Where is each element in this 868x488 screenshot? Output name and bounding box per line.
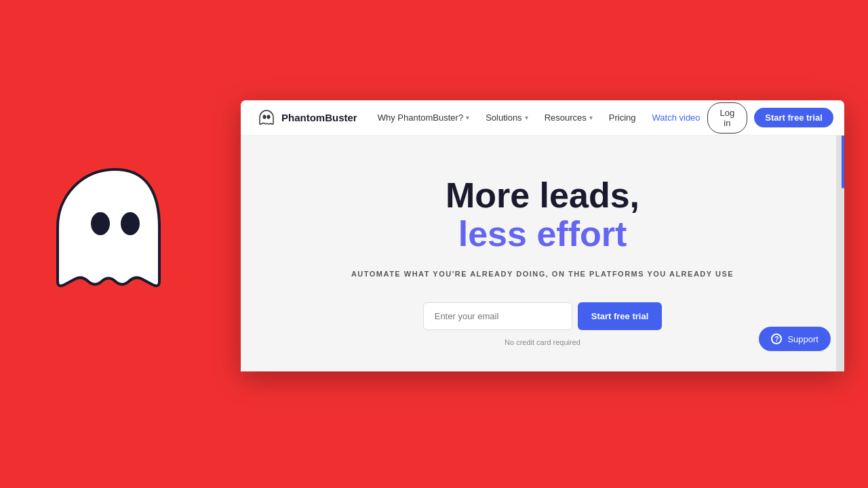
nav-item-resources[interactable]: Resources ▾ xyxy=(538,108,599,127)
login-button[interactable]: Log in xyxy=(707,102,748,134)
navbar: PhantomBuster Why PhantomBuster? ▾ Solut… xyxy=(241,100,844,136)
support-button[interactable]: ? Support xyxy=(759,327,831,351)
browser-window: PhantomBuster Why PhantomBuster? ▾ Solut… xyxy=(241,100,844,371)
hero-title-line2: less effort xyxy=(257,215,828,253)
ghost-mascot xyxy=(41,156,190,305)
nav-item-watch-video[interactable]: Watch video xyxy=(646,108,707,127)
chevron-down-icon: ▾ xyxy=(525,114,528,121)
nav-actions: Log in Start free trial xyxy=(707,102,833,134)
support-label: Support xyxy=(787,334,818,344)
logo-icon xyxy=(257,108,276,127)
logo-text: PhantomBuster xyxy=(281,112,357,123)
svg-point-3 xyxy=(267,115,271,119)
hero-start-trial-button[interactable]: Start free trial xyxy=(578,302,663,330)
svg-point-1 xyxy=(121,212,140,235)
nav-item-pricing[interactable]: Pricing xyxy=(602,108,643,127)
nav-resources-label: Resources xyxy=(545,113,587,123)
start-free-trial-button[interactable]: Start free trial xyxy=(754,108,833,127)
chevron-down-icon: ▾ xyxy=(589,114,593,121)
email-form: Start free trial xyxy=(257,302,828,330)
email-input[interactable] xyxy=(423,302,572,330)
scrollbar-thumb[interactable] xyxy=(842,134,844,188)
nav-why-label: Why PhantomBuster? xyxy=(378,113,463,123)
chevron-down-icon: ▾ xyxy=(466,114,469,121)
hero-section: More leads, less effort Automate what yo… xyxy=(241,136,844,371)
no-credit-text: No credit card required xyxy=(257,338,828,346)
logo-area[interactable]: PhantomBuster xyxy=(257,108,357,127)
svg-point-2 xyxy=(263,115,267,119)
hero-subtitle: Automate what you're already doing, on t… xyxy=(257,270,828,278)
nav-watch-video-label: Watch video xyxy=(652,113,701,123)
support-icon: ? xyxy=(771,333,782,344)
svg-point-0 xyxy=(91,212,110,235)
nav-item-solutions[interactable]: Solutions ▾ xyxy=(479,108,534,127)
hero-title: More leads, less effort xyxy=(257,176,828,253)
nav-items: Why PhantomBuster? ▾ Solutions ▾ Resourc… xyxy=(371,108,707,127)
nav-item-why[interactable]: Why PhantomBuster? ▾ xyxy=(371,108,476,127)
nav-solutions-label: Solutions xyxy=(486,113,521,123)
nav-pricing-label: Pricing xyxy=(609,113,636,123)
scrollbar[interactable] xyxy=(836,100,844,371)
hero-title-line1: More leads, xyxy=(257,176,828,215)
